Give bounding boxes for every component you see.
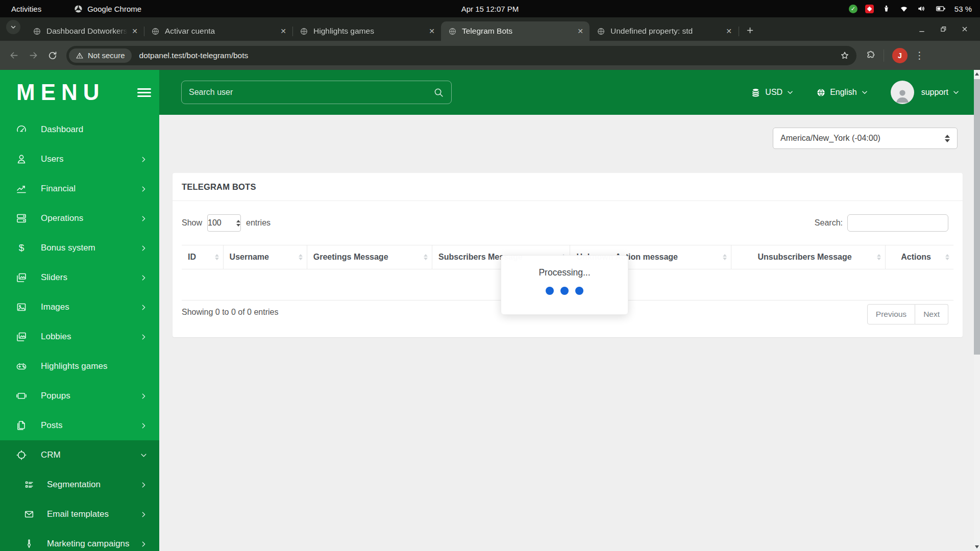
toolbar-divider [884, 49, 884, 62]
sort-icon[interactable] [215, 254, 219, 260]
tab-list: Dashboard Dotworkers✕Activar cuenta✕High… [26, 21, 738, 41]
currency-dropdown[interactable]: USD [750, 87, 794, 98]
content-area: America/New_York (-04:00) TELEGRAM BOTS … [159, 115, 974, 551]
accessibility-icon [881, 4, 891, 14]
new-tab-button[interactable] [742, 22, 757, 38]
tab-close-icon[interactable]: ✕ [278, 27, 288, 35]
app-logo[interactable]: MENU [16, 80, 105, 105]
sidebar-item-sliders[interactable]: Sliders [0, 263, 159, 292]
chevron-down-icon [861, 89, 868, 96]
browser-tab-undefined-property-std[interactable]: Undefined property: std✕ [590, 21, 738, 41]
search-input[interactable] [182, 88, 433, 97]
sidebar-item-email-templates[interactable]: Email templates [0, 499, 159, 529]
table-search-control: Search: [815, 214, 948, 232]
user-search-box[interactable] [181, 81, 452, 104]
sidebar-item-label: Marketing campaigns [47, 539, 130, 549]
sort-icon[interactable] [424, 254, 428, 260]
sidebar-toggle-icon[interactable] [137, 88, 151, 97]
sort-icon[interactable] [877, 254, 881, 260]
focused-app[interactable]: Google Chrome [74, 5, 141, 13]
ubuntu-top-bar: Activities Google Chrome Apr 15 12:07 PM… [0, 0, 980, 17]
minimize-icon[interactable] [918, 25, 926, 33]
chevron-down-icon [952, 89, 960, 96]
close-icon[interactable] [961, 25, 969, 33]
table-search-label: Search: [815, 218, 843, 228]
browser-profile-avatar[interactable]: J [892, 48, 908, 63]
tab-search-button[interactable] [6, 20, 20, 34]
sidebar-item-users[interactable]: Users [0, 144, 159, 174]
column-header-unsubscribers-message[interactable]: Unsubscribers Message [731, 245, 885, 269]
back-button[interactable] [9, 50, 19, 61]
sidebar-item-operations[interactable]: Operations [0, 204, 159, 233]
tab-close-icon[interactable]: ✕ [575, 27, 585, 35]
sidebar-item-dashboard[interactable]: Dashboard [0, 115, 159, 144]
timezone-value: America/New_York (-04:00) [780, 134, 880, 143]
browser-tab-activar-cuenta[interactable]: Activar cuenta✕ [144, 21, 292, 41]
panel-title: TELEGRAM BOTS [173, 173, 963, 201]
scroll-down-icon[interactable] [975, 545, 979, 548]
browser-tab-dashboard-dotworkers[interactable]: Dashboard Dotworkers✕ [26, 21, 144, 41]
column-header-username[interactable]: Username [223, 245, 307, 269]
scrollbar-thumb[interactable] [974, 79, 980, 355]
forward-button[interactable] [28, 50, 39, 61]
security-chip[interactable]: Not secure [69, 48, 132, 63]
tab-close-icon[interactable]: ✕ [427, 27, 437, 35]
url-text[interactable]: dotpanel.test/bot-telegram/bots [139, 51, 249, 60]
sidebar-item-financial[interactable]: Financial [0, 174, 159, 204]
gamepad-icon [15, 360, 28, 372]
previous-page-button[interactable]: Previous [867, 304, 915, 324]
sidebar-item-images[interactable]: Images [0, 292, 159, 322]
browser-menu-button[interactable]: ⋮ [915, 49, 924, 61]
column-header-id[interactable]: ID [182, 245, 223, 269]
clock[interactable]: Apr 15 12:07 PM [461, 5, 519, 13]
timezone-select[interactable]: America/New_York (-04:00) [773, 128, 958, 149]
sort-icon[interactable] [299, 254, 303, 260]
browser-tab-telegram-bots[interactable]: Telegram Bots✕ [441, 21, 590, 41]
chevron-down-icon [140, 452, 147, 459]
chevron-right-icon [140, 215, 147, 222]
user-menu[interactable]: support [891, 81, 960, 104]
notification-ok-icon: ✓ [849, 5, 857, 13]
battery-percent: 53 % [954, 5, 972, 13]
popup-icon [15, 390, 28, 402]
coins-icon [750, 87, 761, 98]
reload-button[interactable] [47, 51, 58, 61]
sidebar-item-lobbies[interactable]: Lobbies [0, 322, 159, 352]
restore-icon[interactable] [939, 25, 947, 33]
tab-title: Highlights games [313, 27, 425, 36]
bookmark-star-icon[interactable] [840, 51, 850, 61]
browser-tab-highlights-games[interactable]: Highlights games✕ [292, 21, 441, 41]
column-header-greetings-message[interactable]: Greetings Message [307, 245, 432, 269]
search-icon[interactable] [433, 87, 444, 98]
tab-title: Dashboard Dotworkers [46, 27, 128, 36]
chevron-right-icon [140, 304, 147, 311]
header-right-cluster: USD English support [750, 70, 960, 115]
sidebar-item-bonus-system[interactable]: $Bonus system [0, 233, 159, 263]
tab-close-icon[interactable]: ✕ [130, 27, 140, 35]
globe-favicon-icon [448, 27, 457, 36]
activities-button[interactable]: Activities [11, 5, 41, 13]
sidebar-item-marketing-campaigns[interactable]: Marketing campaigns [0, 529, 159, 551]
address-bar[interactable]: Not secure dotpanel.test/bot-telegram/bo… [66, 46, 856, 65]
sidebar-item-popups[interactable]: Popups [0, 381, 159, 411]
sidebar-item-label: Lobbies [41, 332, 71, 342]
tab-close-icon[interactable]: ✕ [724, 27, 734, 35]
sidebar-item-highlights-games[interactable]: Highlights games [0, 352, 159, 381]
chart-icon [15, 183, 28, 195]
next-page-button[interactable]: Next [915, 304, 948, 324]
table-search-input[interactable] [847, 214, 948, 232]
page-scrollbar[interactable] [974, 70, 980, 551]
volume-icon [917, 4, 927, 14]
sort-icon[interactable] [945, 254, 949, 260]
sidebar-item-posts[interactable]: Posts [0, 411, 159, 440]
scroll-up-icon[interactable] [975, 72, 979, 76]
language-dropdown[interactable]: English [816, 88, 868, 97]
system-tray[interactable]: ✓ 53 % [849, 4, 972, 14]
sidebar-item-crm[interactable]: CRM [0, 440, 159, 470]
extensions-icon[interactable] [865, 50, 875, 61]
sidebar-item-label: Email templates [47, 509, 109, 519]
column-header-actions[interactable]: Actions [886, 245, 953, 269]
sort-icon[interactable] [723, 254, 727, 260]
sidebar-item-segmentation[interactable]: Segmentation [0, 470, 159, 499]
page-length-select[interactable]: 100 [207, 214, 241, 232]
